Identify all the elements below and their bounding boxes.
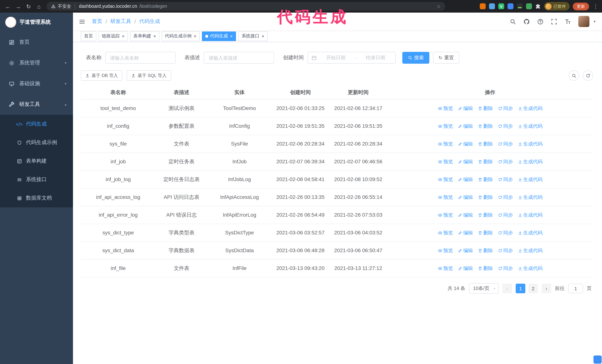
delete-link[interactable]: 删除: [478, 175, 493, 184]
generate-code-link[interactable]: 生成代码: [518, 122, 543, 130]
chevron-down-icon[interactable]: ▼: [593, 20, 596, 23]
preview-link[interactable]: 预览: [438, 229, 453, 237]
edit-link[interactable]: 编辑: [458, 229, 473, 237]
page-size-select[interactable]: 10条/页 ▼: [469, 283, 499, 294]
extension-6-icon[interactable]: [526, 3, 532, 9]
font-size-icon[interactable]: [565, 18, 571, 25]
sidebar-subitem-3[interactable]: 系统接口: [0, 170, 73, 189]
profile-paused-badge[interactable]: 已暂停: [544, 2, 570, 10]
edit-link[interactable]: 编辑: [458, 193, 473, 201]
tab-3[interactable]: 代码生成示例×: [161, 31, 200, 41]
sidebar-item-1[interactable]: 系统管理▼: [0, 52, 73, 73]
edit-link[interactable]: 编辑: [458, 104, 473, 113]
sidebar-subitem-2[interactable]: 表单构建: [0, 152, 73, 170]
sync-link[interactable]: 同步: [498, 157, 513, 166]
tab-0[interactable]: 首页: [81, 31, 96, 41]
search-icon[interactable]: [510, 18, 516, 25]
sidebar-item-0[interactable]: 首页: [0, 32, 73, 52]
preview-link[interactable]: 预览: [438, 140, 453, 148]
edit-link[interactable]: 编辑: [458, 211, 473, 219]
delete-link[interactable]: 删除: [478, 140, 493, 148]
preview-link[interactable]: 预览: [438, 104, 453, 113]
bookmark-star-icon[interactable]: ☆: [437, 4, 441, 9]
back-icon[interactable]: ←: [3, 1, 13, 11]
sync-link[interactable]: 同步: [498, 211, 513, 219]
kebab-menu-icon[interactable]: ⋮: [592, 4, 599, 9]
delete-link[interactable]: 删除: [478, 157, 493, 166]
app-logo[interactable]: 芋道管理系统: [0, 13, 73, 32]
user-avatar[interactable]: [578, 16, 589, 27]
breadcrumb-item-2[interactable]: 代码生成: [139, 18, 160, 25]
github-icon[interactable]: [524, 18, 530, 25]
page-button-2[interactable]: 2: [528, 284, 538, 293]
generate-code-link[interactable]: 生成代码: [518, 140, 543, 148]
import-db-button[interactable]: 基于 DB 导入: [81, 70, 122, 81]
delete-link[interactable]: 删除: [478, 122, 493, 130]
preview-link[interactable]: 预览: [438, 246, 453, 255]
search-toggle-button[interactable]: [569, 70, 579, 81]
import-sql-button[interactable]: 基于 SQL 导入: [127, 70, 171, 81]
delete-link[interactable]: 删除: [478, 246, 493, 255]
preview-link[interactable]: 预览: [438, 193, 453, 201]
fullscreen-icon[interactable]: [551, 18, 557, 25]
sidebar-subitem-1[interactable]: 代码生成示例: [0, 133, 73, 152]
table-name-input[interactable]: [105, 52, 176, 64]
close-icon[interactable]: ×: [261, 34, 264, 38]
preview-link[interactable]: 预览: [438, 211, 453, 219]
close-icon[interactable]: ×: [153, 34, 156, 38]
next-page-button[interactable]: ›: [542, 284, 551, 293]
edit-link[interactable]: 编辑: [458, 264, 473, 272]
sync-link[interactable]: 同步: [498, 175, 513, 184]
sync-link[interactable]: 同步: [498, 229, 513, 237]
tab-4[interactable]: 代码生成×: [202, 31, 236, 41]
address-bar[interactable]: 不安全 dashboard.yudao.iocoder.cn/tool/code…: [47, 2, 445, 11]
sidebar-subitem-4[interactable]: 数据库文档: [0, 189, 73, 207]
sync-link[interactable]: 同步: [498, 193, 513, 201]
sidebar-collapse-icon[interactable]: [79, 18, 85, 25]
preview-link[interactable]: 预览: [438, 122, 453, 130]
breadcrumb-item-0[interactable]: 首页: [92, 18, 102, 25]
sidebar-subitem-0[interactable]: </>代码生成: [0, 115, 73, 133]
update-button[interactable]: 更新: [573, 2, 589, 10]
generate-code-link[interactable]: 生成代码: [518, 264, 543, 272]
preview-link[interactable]: 预览: [438, 157, 453, 166]
help-icon[interactable]: [537, 18, 543, 25]
edit-link[interactable]: 编辑: [458, 122, 473, 130]
generate-code-link[interactable]: 生成代码: [518, 246, 543, 255]
sync-link[interactable]: 同步: [498, 122, 513, 130]
generate-code-link[interactable]: 生成代码: [518, 175, 543, 184]
sync-link[interactable]: 同步: [498, 140, 513, 148]
refresh-icon[interactable]: ↻: [24, 1, 33, 11]
goto-page-input[interactable]: [568, 284, 583, 293]
delete-link[interactable]: 删除: [478, 193, 493, 201]
reset-button[interactable]: ↻ 重置: [433, 52, 459, 64]
edit-link[interactable]: 编辑: [458, 175, 473, 184]
generate-code-link[interactable]: 生成代码: [518, 157, 543, 166]
generate-code-link[interactable]: 生成代码: [518, 211, 543, 219]
extension-5-icon[interactable]: [517, 3, 523, 9]
date-range-picker[interactable]: 开始日期 - 结束日期: [308, 52, 396, 64]
extension-1-icon[interactable]: [480, 3, 486, 9]
forward-icon[interactable]: →: [13, 1, 23, 11]
delete-link[interactable]: 删除: [478, 211, 493, 219]
close-icon[interactable]: ×: [230, 34, 233, 38]
sync-link[interactable]: 同步: [498, 264, 513, 272]
sidebar-item-3[interactable]: 研发工具▲: [0, 94, 73, 115]
extensions-puzzle-icon[interactable]: [535, 3, 541, 9]
search-button[interactable]: 搜索: [402, 52, 429, 64]
page-button-1[interactable]: 1: [516, 284, 525, 293]
generate-code-link[interactable]: 生成代码: [518, 229, 543, 237]
delete-link[interactable]: 删除: [478, 104, 493, 113]
sync-link[interactable]: 同步: [498, 246, 513, 255]
generate-code-link[interactable]: 生成代码: [518, 193, 543, 201]
delete-link[interactable]: 删除: [478, 264, 493, 272]
preview-link[interactable]: 预览: [438, 264, 453, 272]
floating-corner-widget[interactable]: [593, 355, 602, 364]
table-refresh-button[interactable]: [583, 70, 593, 81]
breadcrumb-item-1[interactable]: 研发工具: [110, 18, 131, 25]
home-icon[interactable]: ⌂: [34, 1, 44, 11]
delete-link[interactable]: 删除: [478, 229, 493, 237]
preview-link[interactable]: 预览: [438, 175, 453, 184]
table-desc-input[interactable]: [204, 52, 274, 64]
sync-link[interactable]: 同步: [498, 104, 513, 113]
